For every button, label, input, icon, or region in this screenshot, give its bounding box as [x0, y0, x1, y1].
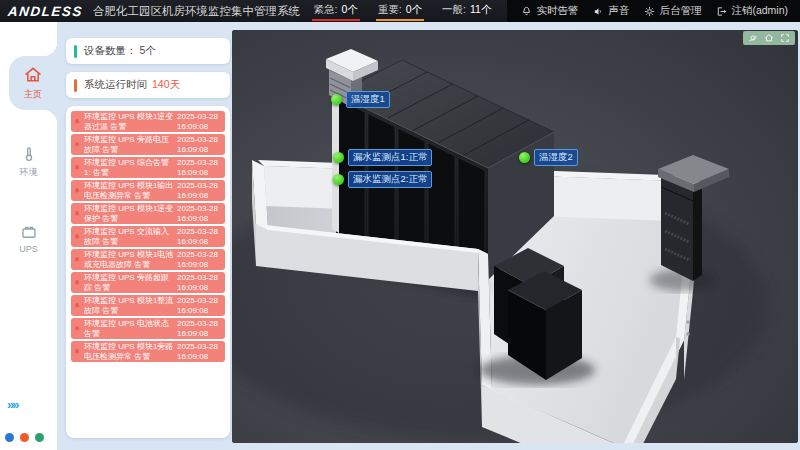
- alarm-stats: 紧急: 0个 重要: 0个 一般: 11个: [312, 2, 494, 21]
- left-sidebar: 主页 环境 UPS »»: [0, 22, 57, 450]
- sidebar-item-label: UPS: [19, 244, 38, 254]
- alarm-bell-icon: [73, 256, 81, 264]
- sensor-label-leak-point-2[interactable]: 漏水监测点2:正常: [333, 171, 432, 188]
- realtime-alarm-button[interactable]: 实时告警: [521, 4, 578, 18]
- room-3d-scene: [232, 30, 798, 443]
- green-dot: [35, 433, 44, 442]
- brand-logo: ANDLESS: [0, 4, 94, 19]
- alarm-bell-icon: [73, 233, 81, 241]
- orange-dot: [20, 433, 29, 442]
- alarm-bell-icon: [73, 210, 81, 218]
- alarm-bell-icon: [73, 164, 81, 172]
- status-dot-normal: [333, 152, 344, 163]
- alarm-bell-icon: [73, 302, 81, 310]
- sensor-label-leak-point-1[interactable]: 漏水监测点1:正常: [333, 149, 432, 166]
- alarm-bell-icon: [73, 187, 81, 195]
- sidebar-item-environment[interactable]: 环境: [0, 136, 57, 188]
- sidebar-item-label: 环境: [20, 166, 38, 179]
- alarm-list-item[interactable]: 环境监控 UPS 综合告警1: 告警 2025-03-2816:09:08: [71, 157, 225, 178]
- alarm-bell-icon: [73, 279, 81, 287]
- stat-important[interactable]: 重要: 0个: [376, 2, 424, 21]
- logout-icon: [716, 6, 727, 17]
- view-toolbar[interactable]: [743, 31, 795, 45]
- alarm-bell-icon: [73, 141, 81, 149]
- runtime-label: 系统运行时间: [84, 78, 147, 92]
- sensor-label-temp-humidity-1[interactable]: 温湿度1: [331, 91, 390, 108]
- fullscreen-icon[interactable]: [780, 33, 790, 43]
- stat-critical[interactable]: 紧急: 0个: [312, 2, 360, 21]
- alarm-list-item[interactable]: 环境监控 UPS 模块1旁路电压检测异常 告警 2025-03-2816:09:…: [71, 341, 225, 362]
- alarm-list-item[interactable]: 环境监控 UPS 模块1逆变器过温 告警 2025-03-2816:09:08: [71, 111, 225, 132]
- alarm-list-item[interactable]: 环境监控 UPS 交流输入故障 告警 2025-03-2816:09:08: [71, 226, 225, 247]
- alarm-list-item[interactable]: 环境监控 UPS 模块1逆变保护 告警 2025-03-2816:09:08: [71, 203, 225, 224]
- orange-accent-bar: [74, 79, 77, 92]
- sound-button[interactable]: 声音: [593, 4, 629, 18]
- blue-dot: [5, 433, 14, 442]
- sensor-label-temp-humidity-2[interactable]: 温湿度2: [519, 149, 578, 166]
- gear-icon: [644, 6, 655, 17]
- alarm-list-item[interactable]: 环境监控 UPS 旁路超跟踪 告警 2025-03-2816:09:08: [71, 272, 225, 293]
- header-right: 紧急: 0个 重要: 0个 一般: 11个 实时告警 声音: [312, 0, 800, 22]
- sidebar-item-ups[interactable]: UPS: [0, 214, 57, 263]
- status-dot-normal: [331, 94, 342, 105]
- sidebar-collapse-button[interactable]: »»: [7, 397, 17, 412]
- runtime-card: 系统运行时间 140天: [66, 72, 230, 98]
- green-accent-bar: [74, 45, 77, 58]
- status-dot-normal: [333, 174, 344, 185]
- status-dot-normal: [519, 152, 530, 163]
- logout-button[interactable]: 注销(admin): [716, 4, 788, 18]
- stat-general[interactable]: 一般: 11个: [440, 2, 493, 21]
- sidebar-nav: 主页 环境 UPS: [0, 22, 57, 263]
- orbit-reset-icon[interactable]: [748, 33, 758, 43]
- alarm-list-item[interactable]: 环境监控 UPS 模块1电池或充电器故障 告警 2025-03-2816:09:…: [71, 249, 225, 270]
- alarm-bell-icon: [73, 325, 81, 333]
- thermometer-icon: [20, 145, 38, 163]
- home-icon: [23, 65, 43, 85]
- brand-dots: [5, 433, 44, 442]
- alarm-list-item[interactable]: 环境监控 UPS 旁路电压故障 告警 2025-03-2816:09:08: [71, 134, 225, 155]
- alarm-list-item[interactable]: 环境监控 UPS 模块1输出电压检测异常 告警 2025-03-2816:09:…: [71, 180, 225, 201]
- admin-console-button[interactable]: 后台管理: [644, 4, 701, 18]
- battery-icon: [20, 223, 38, 241]
- alarm-list: 环境监控 UPS 模块1逆变器过温 告警 2025-03-2816:09:08 …: [66, 106, 230, 438]
- device-count-card: 设备数量： 5个: [66, 38, 230, 64]
- device-count-label: 设备数量：: [84, 44, 137, 58]
- sidebar-item-home[interactable]: 主页: [9, 56, 57, 110]
- page-title: 合肥化工园区机房环境监控集中管理系统: [93, 4, 300, 19]
- alarm-list-item[interactable]: 环境监控 UPS 模块1整流故障 告警 2025-03-2816:09:08: [71, 295, 225, 316]
- alarm-bell-icon: [73, 118, 81, 126]
- top-header: ANDLESS 合肥化工园区机房环境监控集中管理系统 紧急: 0个 重要: 0个…: [0, 0, 800, 22]
- bell-icon: [521, 6, 532, 17]
- alarm-list-item[interactable]: 环境监控 UPS 电池状态 告警 2025-03-2816:09:08: [71, 318, 225, 339]
- header-actions: 实时告警 声音 后台管理 注销(admin): [507, 0, 800, 22]
- home-view-icon[interactable]: [764, 33, 774, 43]
- speaker-icon: [593, 6, 604, 17]
- sidebar-item-label: 主页: [24, 88, 42, 101]
- runtime-value: 140天: [152, 78, 180, 92]
- overview-panel: 设备数量： 5个 系统运行时间 140天 环境监控 UPS 模块1逆变器过温 告…: [66, 38, 230, 446]
- device-count-value: 5个: [140, 44, 156, 58]
- alarm-bell-icon: [73, 348, 81, 356]
- machine-room-3d-view[interactable]: 温湿度1 漏水监测点1:正常 漏水监测点2:正常 温湿度2: [232, 30, 798, 443]
